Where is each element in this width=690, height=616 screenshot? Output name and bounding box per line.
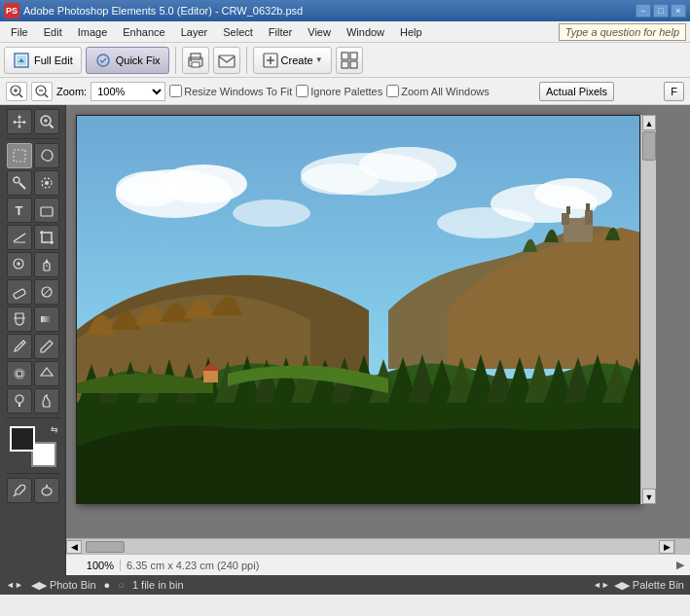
svg-rect-62 <box>562 213 569 225</box>
status-info-arrow[interactable]: ▶ <box>676 559 684 571</box>
menu-help[interactable]: Help <box>393 23 429 41</box>
scroll-up-button[interactable]: ▲ <box>642 115 656 130</box>
move-tool[interactable] <box>7 109 32 134</box>
canvas-container: ▲ ▼ ◀ ▶ 100% 6.35 cm x 4.23 cm (240 ppi)… <box>66 105 690 575</box>
svg-line-18 <box>45 94 48 97</box>
svg-point-48 <box>42 488 52 495</box>
svg-rect-38 <box>13 288 25 299</box>
tool-row-eyedropper <box>7 478 59 503</box>
svg-rect-67 <box>203 371 218 382</box>
marquee-tool[interactable] <box>7 143 32 168</box>
create-button[interactable]: Create ▼ <box>253 47 332 74</box>
scroll-thumb[interactable] <box>642 131 656 161</box>
menu-image[interactable]: Image <box>71 23 115 41</box>
svg-rect-63 <box>585 210 593 225</box>
full-edit-button[interactable]: Full Edit <box>4 47 82 74</box>
zoom-tool[interactable] <box>34 109 59 134</box>
paint-bucket-tool[interactable] <box>7 307 32 332</box>
canvas-scroll-area[interactable]: ▲ ▼ <box>66 105 690 538</box>
menu-window[interactable]: Window <box>340 23 391 41</box>
svg-rect-12 <box>350 61 357 68</box>
organize-button[interactable] <box>336 47 363 74</box>
straighten-tool[interactable] <box>7 225 32 250</box>
scroll-right-button[interactable]: ▶ <box>659 540 674 554</box>
clone-tool[interactable] <box>34 252 59 277</box>
svg-rect-10 <box>350 53 357 59</box>
svg-point-44 <box>17 371 22 377</box>
palette-bin-label: ◀▶ Palette Bin <box>614 579 684 592</box>
foreground-color[interactable] <box>10 426 35 452</box>
maximize-button[interactable]: □ <box>653 4 669 18</box>
eyedropper-tool[interactable] <box>7 478 32 503</box>
zoom-out-button[interactable] <box>31 82 53 101</box>
pencil-tool[interactable] <box>34 334 59 359</box>
horizontal-scroll-thumb[interactable] <box>86 541 125 553</box>
menu-filter[interactable]: Filter <box>262 23 299 41</box>
svg-line-42 <box>21 343 23 344</box>
vertical-scrollbar[interactable]: ▲ ▼ <box>640 115 656 504</box>
bg-eraser-tool[interactable] <box>34 279 59 305</box>
photo-bin-indicator-filled: ● <box>104 579 111 591</box>
menu-enhance[interactable]: Enhance <box>116 23 171 41</box>
burn-tool[interactable] <box>34 388 59 414</box>
status-dimensions: 6.35 cm x 4.23 cm (240 ppi) <box>127 560 671 571</box>
print-button[interactable] <box>182 47 209 74</box>
tool-sep-1 <box>6 138 60 139</box>
ignore-palettes-checkbox[interactable] <box>296 85 309 97</box>
toolbar-sep-1 <box>175 47 176 74</box>
title-controls[interactable]: − □ × <box>636 4 686 18</box>
menu-file[interactable]: File <box>4 23 35 41</box>
actual-pixels-button[interactable]: Actual Pixels <box>539 82 614 101</box>
type-tool[interactable]: T <box>7 198 32 223</box>
sharpen-tool[interactable] <box>34 361 59 386</box>
quick-fix-button[interactable]: Quick Fix <box>86 47 169 74</box>
quick-fix-icon <box>94 52 112 69</box>
brush-tool[interactable] <box>7 334 32 359</box>
zoom-select[interactable]: 100% 50% 200% Fit Screen <box>91 82 165 101</box>
main-area: T <box>0 105 690 575</box>
eraser-tool[interactable] <box>7 279 32 305</box>
toolbar-sep-2 <box>246 47 247 74</box>
menu-layer[interactable]: Layer <box>174 23 215 41</box>
zoom-in-button[interactable] <box>6 82 27 101</box>
menu-bar: File Edit Image Enhance Layer Select Fil… <box>0 21 690 43</box>
svg-rect-4 <box>191 54 200 59</box>
selection-brush-tool[interactable] <box>34 170 59 196</box>
shape-tool[interactable] <box>34 198 59 223</box>
help-search-box[interactable]: Type a question for help <box>559 23 686 41</box>
horizontal-scrollbar[interactable]: ◀ ▶ <box>66 538 690 554</box>
healing-tool[interactable] <box>7 252 32 277</box>
gradient-tool[interactable] <box>34 307 59 332</box>
photo-bin-label[interactable]: ◀▶ Photo Bin <box>31 579 96 592</box>
status-bar: 100% 6.35 cm x 4.23 cm (240 ppi) ▶ <box>66 554 690 575</box>
sponge-tool[interactable] <box>34 478 59 503</box>
blur-tool[interactable] <box>7 361 32 386</box>
resize-windows-checkbox[interactable] <box>169 85 182 97</box>
tool-row-3 <box>7 170 59 196</box>
svg-rect-31 <box>41 207 53 216</box>
menu-edit[interactable]: Edit <box>37 23 69 41</box>
menu-select[interactable]: Select <box>216 23 260 41</box>
fit-screen-button[interactable]: F <box>664 82 684 101</box>
svg-point-56 <box>301 163 379 195</box>
email-button[interactable] <box>213 47 240 74</box>
title-text: Adobe Photoshop Elements 5.0 (Editor) - … <box>23 5 303 17</box>
lasso-tool[interactable] <box>34 143 59 168</box>
switch-colors-icon[interactable]: ⇆ <box>51 424 58 434</box>
minimize-button[interactable]: − <box>636 4 651 18</box>
tool-sep-3 <box>6 473 60 474</box>
svg-line-47 <box>14 494 16 496</box>
color-swatches[interactable]: ⇆ <box>6 424 60 469</box>
scroll-down-button[interactable]: ▼ <box>642 489 656 504</box>
magic-wand-tool[interactable] <box>7 170 32 196</box>
dodge-tool[interactable] <box>7 388 32 414</box>
scroll-left-button[interactable]: ◀ <box>66 540 82 554</box>
zoom-all-windows-checkbox[interactable] <box>386 85 399 97</box>
tool-sep-2 <box>6 417 60 418</box>
palette-bin[interactable]: ◄► ◀▶ Palette Bin <box>593 579 684 592</box>
create-label: Create <box>281 54 313 66</box>
close-button[interactable]: × <box>671 4 686 18</box>
photo-bin-arrows-icon: ◄► <box>6 580 23 590</box>
crop-tool[interactable] <box>34 225 59 250</box>
menu-view[interactable]: View <box>301 23 338 41</box>
